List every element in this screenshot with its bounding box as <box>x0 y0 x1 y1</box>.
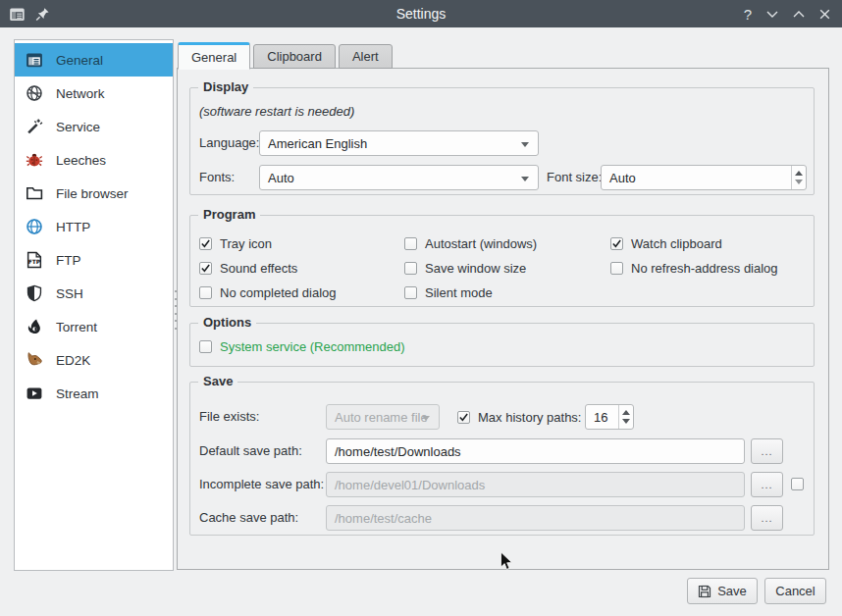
titlebar[interactable]: Settings ? <box>0 0 842 27</box>
restart-note: (software restart is needed) <box>199 104 354 119</box>
sound-effects-checkbox[interactable] <box>199 262 212 275</box>
font-size-value: Auto <box>602 166 791 189</box>
incomplete-save-path-browse-button[interactable]: ... <box>751 472 783 497</box>
spin-up-icon <box>795 171 803 176</box>
mouse-cursor <box>500 551 513 572</box>
ftp-icon: FTP <box>26 251 43 269</box>
language-value: American English <box>268 136 367 151</box>
checkbox-row: Max history paths: <box>457 407 582 427</box>
fonts-value: Auto <box>268 171 294 185</box>
file-exists-label: File exists: <box>199 404 259 430</box>
incomplete-save-path-checkbox[interactable] <box>791 478 804 490</box>
default-save-path-input[interactable]: /home/test/Downloads <box>326 438 745 464</box>
save-window-size-checkbox[interactable] <box>404 262 417 275</box>
watch-clipboard-checkbox[interactable] <box>610 237 623 250</box>
font-size-label: Font size: <box>547 165 602 190</box>
checkbox-label: Silent mode <box>425 285 493 300</box>
group-title: Save <box>198 374 237 388</box>
sidebar-item-ssh[interactable]: SSH <box>15 277 173 310</box>
font-size-spinner[interactable]: Auto <box>601 165 807 190</box>
chevron-down-icon <box>521 177 529 181</box>
incomplete-save-path-label: Incomplete save path: <box>199 472 324 497</box>
autostart-checkbox[interactable] <box>404 237 417 250</box>
sidebar-item-torrent[interactable]: Torrent <box>15 310 173 343</box>
chevron-down-icon <box>521 142 529 147</box>
group-title: Display <box>198 79 253 94</box>
checkbox-row: No refresh-address dialog <box>610 258 778 278</box>
sidebar-item-label: Network <box>56 86 105 101</box>
no-completed-dialog-checkbox[interactable] <box>199 286 212 299</box>
minimize-button[interactable] <box>766 10 778 19</box>
cache-save-path-browse-button[interactable]: ... <box>751 505 783 531</box>
file-browser-icon <box>26 184 43 202</box>
checkbox-row: Autostart (windows) <box>404 233 537 253</box>
ed2k-icon <box>26 351 43 369</box>
close-button[interactable] <box>819 9 830 20</box>
spin-down-icon <box>795 180 803 184</box>
system-service-label: System service (Recommended) <box>220 339 405 354</box>
sidebar-item-ed2k[interactable]: ED2K <box>15 343 173 377</box>
sidebar-item-label: ED2K <box>56 353 90 368</box>
sidebar-item-label: General <box>56 53 103 68</box>
fonts-label: Fonts: <box>199 165 235 190</box>
cancel-button-label: Cancel <box>775 584 815 598</box>
language-label: Language: <box>199 130 259 156</box>
save-button[interactable]: Save <box>687 578 758 604</box>
sidebar-item-leeches[interactable]: Leeches <box>15 143 173 177</box>
spin-up-icon <box>622 410 630 415</box>
system-service-checkbox[interactable] <box>199 340 212 353</box>
default-save-path-browse-button[interactable]: ... <box>751 438 783 464</box>
http-icon <box>26 218 43 235</box>
sidebar-item-file-browser[interactable]: File browser <box>15 177 173 210</box>
sidebar-item-general[interactable]: General <box>15 43 173 77</box>
cache-save-path-input: /home/test/cache <box>326 505 745 531</box>
maximize-button[interactable] <box>793 10 805 19</box>
sidebar-item-stream[interactable]: Stream <box>15 377 173 410</box>
cancel-button[interactable]: Cancel <box>764 578 826 604</box>
tab-clipboard[interactable]: Clipboard <box>253 44 336 69</box>
service-icon <box>26 118 43 135</box>
max-history-value: 16 <box>586 405 618 429</box>
sidebar-item-ftp[interactable]: FTP FTP <box>15 243 173 277</box>
sidebar-item-http[interactable]: HTTP <box>15 210 173 243</box>
file-exists-select: Auto rename file <box>326 404 440 430</box>
checkbox-label: No refresh-address dialog <box>631 261 778 276</box>
language-select[interactable]: American English <box>259 130 539 156</box>
save-group: Save File exists: Auto rename file Max h… <box>189 382 815 536</box>
tray-icon-checkbox[interactable] <box>199 237 212 250</box>
file-exists-value: Auto rename file <box>335 410 428 425</box>
sidebar-item-service[interactable]: Service <box>15 110 173 143</box>
torrent-icon <box>26 318 43 335</box>
checkbox-row: No completed dialog <box>199 282 337 302</box>
program-group: Program Tray icon Sound effects No compl… <box>189 215 815 307</box>
checkbox-label: Watch clipboard <box>631 236 722 251</box>
sidebar-item-label: Stream <box>56 386 99 401</box>
silent-mode-checkbox[interactable] <box>404 286 417 299</box>
default-save-path-label: Default save path: <box>199 438 302 464</box>
path-value: /home/test/Downloads <box>335 444 461 459</box>
no-refresh-address-checkbox[interactable] <box>610 262 623 275</box>
checkbox-row: System service (Recommended) <box>199 336 405 356</box>
general-icon <box>26 51 43 69</box>
max-history-spinner[interactable]: 16 <box>585 404 634 430</box>
tab-content: Display (software restart is needed) Lan… <box>177 68 829 570</box>
stream-icon <box>26 385 43 402</box>
sidebar-item-network[interactable]: Network <box>15 77 173 110</box>
svg-text:FTP: FTP <box>28 259 41 265</box>
path-value: /home/test/cache <box>335 511 432 526</box>
sidebar-item-label: FTP <box>56 253 81 268</box>
max-history-checkbox[interactable] <box>457 411 470 424</box>
fonts-select[interactable]: Auto <box>259 165 539 190</box>
tab-alert[interactable]: Alert <box>339 44 393 69</box>
sidebar: General Network Service Leeches File bro… <box>14 39 174 571</box>
spinner-buttons[interactable] <box>791 166 806 189</box>
chevron-down-icon <box>422 416 430 421</box>
spinner-buttons[interactable] <box>618 405 633 429</box>
sidebar-item-label: SSH <box>56 286 83 301</box>
leeches-icon <box>26 151 43 169</box>
cache-save-path-label: Cache save path: <box>199 505 298 531</box>
checkbox-label: Save window size <box>425 261 526 276</box>
help-button[interactable]: ? <box>744 7 752 22</box>
tab-general[interactable]: General <box>178 42 250 70</box>
tab-bar: General Clipboard Alert <box>178 42 393 69</box>
